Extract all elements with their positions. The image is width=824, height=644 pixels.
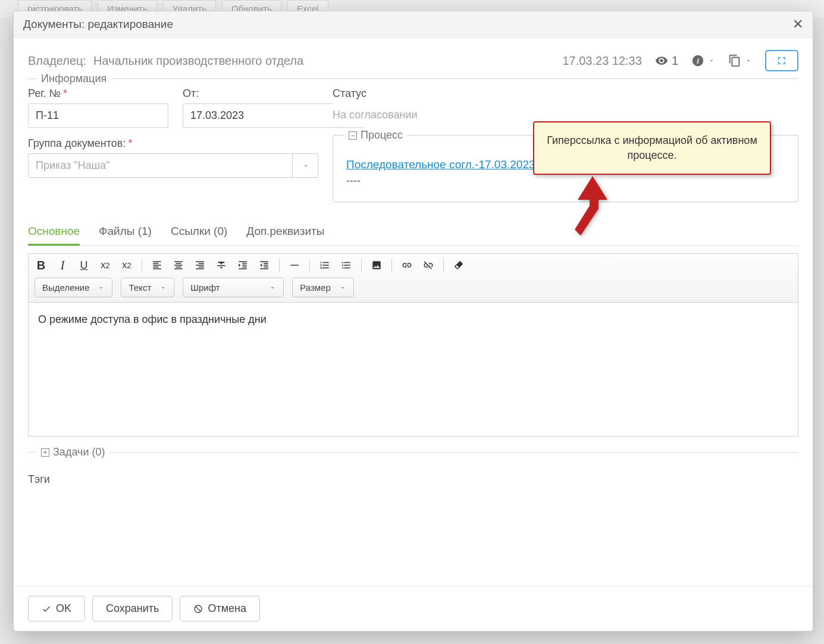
highlight-label: Выделение bbox=[42, 282, 89, 293]
align-right-button[interactable] bbox=[193, 259, 206, 272]
regno-input[interactable] bbox=[28, 103, 168, 128]
group-dropdown-toggle[interactable] bbox=[292, 153, 318, 178]
chevron-down-icon bbox=[745, 57, 752, 64]
separator bbox=[443, 259, 444, 272]
hr-icon bbox=[289, 260, 300, 271]
modal-title: Документы: редактирование bbox=[23, 18, 173, 31]
modal-footer: OK Сохранить Отмена bbox=[14, 586, 813, 631]
italic-button[interactable]: I bbox=[56, 259, 69, 272]
tabs: Основное Файлы (1) Ссылки (0) Доп.реквиз… bbox=[28, 220, 798, 246]
underline-button[interactable]: U bbox=[77, 259, 90, 272]
tags-label: Тэги bbox=[28, 473, 798, 486]
hr-button[interactable] bbox=[288, 259, 301, 272]
chevron-down-icon bbox=[708, 57, 715, 64]
highlight-select[interactable]: Выделение bbox=[35, 278, 112, 297]
ok-label: OK bbox=[56, 602, 71, 615]
link-button[interactable] bbox=[400, 259, 413, 272]
eye-icon bbox=[655, 54, 668, 67]
tasks-fieldset: + Задачи (0) bbox=[28, 452, 798, 464]
align-center-button[interactable] bbox=[172, 259, 185, 272]
indent-button[interactable] bbox=[258, 259, 271, 272]
svg-rect-2 bbox=[290, 265, 299, 266]
font-label: Шрифт bbox=[190, 282, 220, 293]
status-label: Статус bbox=[333, 87, 366, 100]
indent-icon bbox=[259, 260, 270, 271]
chevron-down-icon bbox=[269, 284, 276, 291]
size-select[interactable]: Размер bbox=[292, 278, 354, 297]
outdent-button[interactable] bbox=[236, 259, 249, 272]
separator bbox=[391, 259, 392, 272]
ok-button[interactable]: OK bbox=[28, 596, 85, 621]
separator bbox=[309, 259, 310, 272]
separator bbox=[279, 259, 280, 272]
expand-button[interactable] bbox=[765, 50, 798, 71]
ol-icon bbox=[319, 260, 330, 271]
chevron-down-icon bbox=[302, 162, 309, 169]
collapse-icon[interactable]: − bbox=[349, 131, 357, 140]
bold-button[interactable]: B bbox=[35, 259, 48, 272]
superscript-button[interactable]: x2 bbox=[120, 259, 133, 272]
textstyle-label: Текст bbox=[129, 282, 151, 293]
cancel-button[interactable]: Отмена bbox=[180, 596, 260, 621]
tab-extra[interactable]: Доп.реквизиты bbox=[246, 220, 324, 246]
align-left-icon bbox=[152, 260, 162, 271]
ul-icon bbox=[341, 260, 352, 271]
close-icon[interactable]: ✕ bbox=[792, 18, 803, 31]
unlink-icon bbox=[423, 260, 434, 271]
info-legend: Информация bbox=[36, 73, 111, 85]
align-right-icon bbox=[195, 260, 205, 271]
unlink-button[interactable] bbox=[422, 259, 435, 272]
chevron-down-icon bbox=[339, 284, 346, 291]
strikethrough-icon bbox=[216, 260, 227, 271]
textstyle-select[interactable]: Текст bbox=[121, 278, 174, 297]
expand-icon[interactable]: + bbox=[41, 448, 49, 457]
process-legend-text: Процесс bbox=[361, 129, 403, 142]
ul-button[interactable] bbox=[340, 259, 353, 272]
copy-icon bbox=[728, 54, 741, 67]
image-button[interactable] bbox=[370, 259, 383, 272]
tab-files[interactable]: Файлы (1) bbox=[99, 220, 152, 246]
align-left-button[interactable] bbox=[151, 259, 164, 272]
required-mark: * bbox=[63, 87, 67, 100]
cancel-icon bbox=[193, 604, 203, 614]
process-sub: ---- bbox=[346, 175, 785, 187]
document-edit-modal: Документы: редактирование ✕ Владелец: На… bbox=[13, 11, 813, 632]
group-select[interactable] bbox=[28, 153, 318, 178]
callout-text: Гиперссылка с информациой об активном пр… bbox=[547, 134, 757, 161]
modal-header: Документы: редактирование ✕ bbox=[14, 11, 813, 38]
tab-main[interactable]: Основное bbox=[28, 220, 80, 246]
cancel-label: Отмена bbox=[208, 602, 246, 615]
timestamp: 17.03.23 12:33 bbox=[562, 54, 641, 68]
chevron-down-icon bbox=[98, 284, 105, 291]
tasks-legend-text: Задачи (0) bbox=[53, 446, 105, 458]
strikethrough-button[interactable] bbox=[215, 259, 228, 272]
copy-dropdown[interactable] bbox=[728, 54, 752, 67]
separator bbox=[361, 259, 362, 272]
link-icon bbox=[402, 260, 412, 271]
subscript-button[interactable]: x2 bbox=[99, 259, 112, 272]
ol-button[interactable] bbox=[318, 259, 331, 272]
eraser-button[interactable] bbox=[452, 259, 465, 272]
chevron-down-icon bbox=[159, 284, 167, 291]
eraser-icon bbox=[453, 260, 464, 271]
views-counter: 1 bbox=[655, 54, 678, 68]
date-label: От: bbox=[183, 87, 199, 100]
modal-body: Владелец: Начальник производственного от… bbox=[14, 38, 813, 586]
font-select[interactable]: Шрифт bbox=[183, 278, 284, 297]
align-center-icon bbox=[173, 260, 184, 271]
info-dropdown[interactable]: i bbox=[691, 54, 715, 67]
check-icon bbox=[42, 604, 51, 614]
date-input[interactable] bbox=[183, 103, 336, 128]
size-label: Размер bbox=[300, 282, 331, 293]
regno-label: Рег. № bbox=[28, 87, 61, 100]
image-icon bbox=[371, 260, 382, 271]
required-mark: * bbox=[128, 137, 132, 150]
editor-toolbar: B I U x2 x2 bbox=[28, 253, 798, 303]
owner-row: Владелец: Начальник производственного от… bbox=[28, 50, 798, 71]
editor-content[interactable]: О режиме доступа в офис в праздничные дн… bbox=[28, 303, 798, 436]
views-count: 1 bbox=[672, 54, 678, 68]
save-button[interactable]: Сохранить bbox=[92, 596, 173, 621]
owner-value: Начальник производственного отдела bbox=[93, 54, 303, 68]
tab-links[interactable]: Ссылки (0) bbox=[171, 220, 227, 246]
save-label: Сохранить bbox=[106, 602, 159, 615]
